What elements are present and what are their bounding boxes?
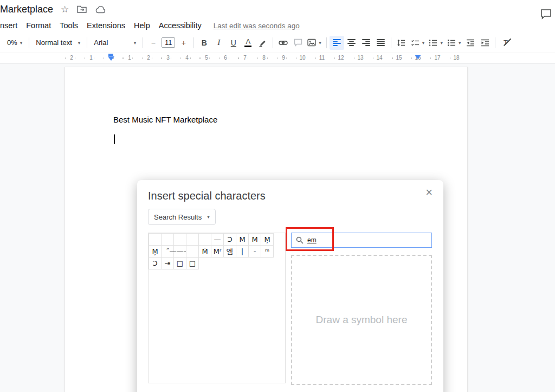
category-dropdown[interactable]: Search Results ▾ [148,209,216,225]
ruler-number: 18 [452,55,460,61]
align-left-button[interactable] [330,36,344,50]
character-cell[interactable]: M [236,233,249,246]
ruler-number: 4 [184,55,190,61]
character-cell[interactable]: | [236,245,249,258]
ruler-number: 17 [433,55,441,61]
document-title[interactable]: Marketplace [0,4,53,15]
separator [326,37,327,48]
justify-button[interactable] [373,36,388,50]
character-cell[interactable]: ᵐ [261,245,274,258]
draw-symbol-area[interactable]: Draw a symbol here [291,255,432,385]
menu-accessibility[interactable]: Accessibility [154,20,206,31]
chevron-down-icon: ▾ [440,40,443,46]
character-cell[interactable]: 엠 [223,245,236,258]
decrease-indent-icon [466,39,475,47]
menu-insert[interactable]: nsert [0,20,22,31]
menu-help[interactable]: Help [130,20,154,31]
ruler-ticks [65,57,468,59]
comment-icon [294,38,302,47]
character-row: M̦ ˝ ——— M̄ Mʳ 엠 | - ᵐ [149,245,285,258]
last-edit-link[interactable]: Last edit was seconds ago [214,22,300,30]
character-cell[interactable] [161,233,174,246]
character-cell[interactable]: □ [186,257,199,269]
underline-button[interactable]: U [226,36,241,50]
character-cell[interactable] [186,233,199,246]
toolbar: 0% ▾ Normal text ▾ Arial ▾ − 11 + B I U … [0,33,555,53]
ruler-number: 14 [375,55,383,61]
character-cell[interactable]: M̦ [261,233,274,246]
justify-icon [377,39,385,46]
insert-image-button[interactable]: ▾ [305,36,324,50]
ruler-number: 12 [337,55,345,61]
current-color-bar [244,46,251,47]
character-cell[interactable] [149,233,162,246]
character-cell[interactable] [173,233,186,246]
chevron-down-icon: ▾ [459,40,461,46]
increase-font-size-button[interactable]: + [176,36,191,50]
draw-placeholder: Draw a symbol here [316,314,408,326]
chevron-down-icon: ▾ [207,214,210,220]
character-cell[interactable]: ——— [173,245,186,258]
decrease-font-size-button[interactable]: − [146,36,160,50]
text-color-button[interactable]: A [241,36,255,50]
character-cell[interactable]: — [211,233,224,246]
search-value: em [307,236,317,244]
character-cell[interactable]: □ [173,257,186,269]
highlight-color-button[interactable] [255,36,270,50]
character-cell[interactable]: M [248,233,261,246]
chevron-down-icon: ▾ [78,40,81,46]
paragraph-style-value: Normal text [36,38,72,47]
line-spacing-button[interactable] [394,36,409,50]
checklist-button[interactable]: ▾ [409,36,427,50]
character-cell[interactable]: Mʳ [211,245,224,258]
character-cell[interactable]: M̄ [198,245,211,258]
menu-tools[interactable]: Tools [55,20,82,31]
right-indent-marker[interactable] [415,55,421,59]
font-select[interactable]: Arial ▾ [90,36,140,50]
star-icon[interactable]: ☆ [61,5,69,14]
close-icon[interactable]: × [423,184,435,201]
move-folder-icon[interactable] [76,4,87,14]
character-search-input[interactable]: em [291,233,432,248]
align-center-button[interactable] [344,36,359,50]
character-cell[interactable]: Ɔ [149,257,162,269]
align-left-icon [333,39,341,46]
align-right-button[interactable] [359,36,373,50]
character-cell[interactable] [186,245,199,258]
first-line-indent-marker[interactable] [108,54,113,56]
chevron-down-icon: ▾ [134,40,137,46]
font-size-input[interactable]: 11 [162,37,175,48]
zoom-value: 0% [7,38,17,47]
link-icon [279,38,288,47]
bold-button[interactable]: B [197,36,211,50]
document-heading-text: Best Music NFT Marketplace [113,115,217,124]
add-comment-button[interactable] [291,36,305,50]
character-cell[interactable]: M̦ [149,245,162,258]
cloud-status-icon[interactable] [95,5,107,14]
numbered-list-button[interactable]: ▾ [445,36,463,50]
bulleted-list-button[interactable]: ▾ [427,36,445,50]
paragraph-style-select[interactable]: Normal text ▾ [32,36,84,50]
menubar: nsert Format Tools Extensions Help Acces… [0,18,555,33]
italic-button[interactable]: I [211,36,226,50]
separator [193,37,194,48]
character-cell[interactable]: ⇥ [161,257,174,269]
clear-formatting-button[interactable]: T [498,36,513,50]
menu-extensions[interactable]: Extensions [82,20,130,31]
character-cell[interactable]: - [248,245,261,258]
ruler[interactable]: 2 1 1 2 3 4 5 6 7 8 9 10 11 12 13 14 15 … [0,53,555,63]
increase-indent-button[interactable] [477,36,492,50]
separator [143,37,143,48]
open-comments-icon[interactable] [540,9,552,20]
left-indent-marker[interactable] [108,56,114,61]
character-cell[interactable] [198,233,211,246]
ruler-number: 5 [204,55,209,61]
character-cell[interactable]: Ɔ [223,233,236,246]
numbered-list-icon [447,39,456,47]
zoom-select[interactable]: 0% ▾ [3,36,26,50]
menu-format[interactable]: Format [22,20,55,31]
line-spacing-icon [397,39,405,47]
decrease-indent-button[interactable] [463,36,477,50]
align-center-icon [347,39,356,46]
insert-link-button[interactable] [276,36,291,50]
